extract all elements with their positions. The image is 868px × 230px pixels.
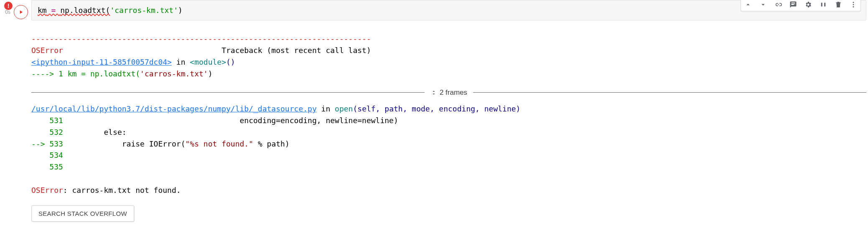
gear-icon	[804, 1, 812, 8]
tb-arrow-end: )	[208, 69, 213, 78]
mirror-icon	[820, 1, 827, 8]
tb-in: in	[172, 58, 190, 66]
tb-str: "%s not found."	[185, 139, 253, 148]
tb-code: encoding=encoding, newline=newline)	[63, 116, 398, 125]
code-token: np.loadtxt(	[60, 6, 110, 15]
tb-lnum: 531	[31, 116, 63, 125]
svg-point-0	[853, 2, 854, 3]
tb-arrow-str: 'carros-km.txt'	[140, 69, 208, 78]
exec-time-label: 0s	[5, 9, 10, 15]
tb-arrow-line: ----> 1 km = np.loadtxt(	[31, 69, 140, 78]
code-token: km	[38, 6, 47, 15]
comment-button[interactable]	[789, 0, 798, 9]
tb-func: open	[335, 104, 353, 113]
tb-lnum: 532	[31, 128, 63, 136]
code-token: =	[47, 6, 61, 15]
tb-dashes: ----------------------------------------…	[31, 34, 371, 43]
more-vert-icon	[850, 1, 857, 8]
cell-toolbar	[741, 0, 861, 11]
tb-in2: in	[317, 104, 335, 113]
settings-button[interactable]	[804, 0, 813, 9]
move-down-button[interactable]	[759, 0, 768, 9]
tb-lnum: 533	[49, 139, 63, 148]
code-token: )	[178, 6, 183, 15]
code-token: '	[173, 6, 178, 15]
code-editor[interactable]: km = np.loadtxt('carros-km.txt')	[31, 0, 866, 20]
tb-error-name: OSError	[31, 46, 63, 55]
svg-point-2	[853, 6, 854, 8]
arrow-down-icon	[759, 1, 767, 8]
svg-point-1	[853, 4, 854, 5]
tb-final-err: OSError	[31, 186, 63, 195]
frames-count: 2 frames	[440, 87, 467, 98]
tb-file-link[interactable]: /usr/local/lib/python3.7/dist-packages/n…	[31, 104, 317, 113]
frames-toggle[interactable]: 2 frames	[425, 87, 473, 98]
tb-ipython-link[interactable]: <ipython-input-11-585f0057dc04>	[31, 58, 172, 66]
tb-final-msg: : carros-km.txt not found.	[63, 186, 181, 195]
arrow-up-icon	[744, 1, 752, 8]
tb-module: <module>	[190, 58, 226, 66]
tb-code: else:	[63, 128, 127, 136]
tb-arrow: -->	[31, 139, 49, 148]
unfold-icon	[430, 89, 437, 96]
tb-header: Traceback (most recent call last)	[63, 46, 371, 55]
delete-button[interactable]	[834, 0, 843, 9]
tb-lnum: 535	[31, 162, 63, 171]
tb-lnum: 534	[31, 151, 63, 159]
more-button[interactable]	[849, 0, 858, 9]
mirror-button[interactable]	[819, 0, 828, 9]
search-stackoverflow-button[interactable]: SEARCH STACK OVERFLOW	[31, 205, 134, 222]
code-token: '	[110, 6, 115, 15]
code-token: carros-km.txt	[115, 6, 173, 15]
move-up-button[interactable]	[743, 0, 753, 9]
tb-code: raise IOError(	[63, 139, 186, 148]
frames-divider: 2 frames	[31, 87, 866, 98]
tb-code: % path)	[253, 139, 290, 148]
play-icon	[18, 9, 24, 15]
tb-parens: ()	[226, 58, 235, 66]
tb-sig: (self, path, mode, encoding, newline)	[353, 104, 520, 113]
share-button[interactable]	[774, 0, 783, 9]
run-cell-button[interactable]	[14, 5, 28, 19]
comment-icon	[789, 1, 797, 8]
output-area: ----------------------------------------…	[31, 20, 866, 230]
trash-icon	[835, 1, 842, 8]
link-icon	[774, 1, 782, 8]
